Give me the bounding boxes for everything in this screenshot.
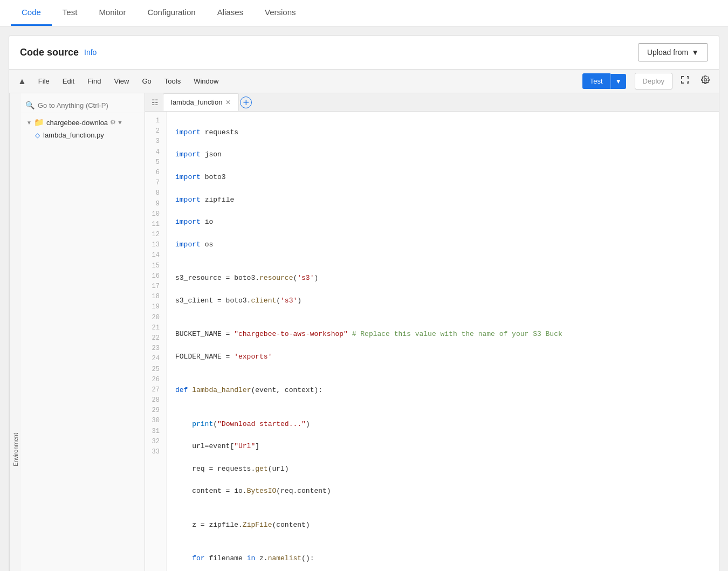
tab-bar: ☷ lambda_function ✕ + (145, 93, 719, 112)
file-tree: 🔍 ▼ 📁 chargebee-downloa ⚙ ▼ ◇ lambda_fun… (21, 93, 145, 571)
folder-settings-icon[interactable]: ⚙ (110, 119, 116, 126)
test-btn-group: Test ▼ (582, 73, 626, 89)
code-source-title: Code source (20, 47, 79, 58)
pages-icon: ☷ (147, 94, 163, 111)
menu-edit[interactable]: Edit (58, 75, 79, 87)
folder-arrow-icon: ▼ (26, 120, 32, 126)
file-type-icon: ◇ (35, 132, 40, 139)
menu-go[interactable]: Go (138, 75, 155, 87)
top-nav: Code Test Monitor Configuration Aliases … (0, 0, 728, 26)
menu-view[interactable]: View (110, 75, 134, 87)
fullscreen-button[interactable] (677, 73, 693, 90)
tab-configuration[interactable]: Configuration (136, 0, 206, 26)
editor-toolbar: ▲ File Edit Find View Go Tools Window Te… (9, 70, 719, 93)
folder-item[interactable]: ▼ 📁 chargebee-downloa ⚙ ▼ (21, 115, 145, 129)
menu-window[interactable]: Window (189, 75, 223, 87)
fullscreen-icon (680, 75, 690, 85)
code-source-panel: Code source Info Upload from ▼ ▲ File Ed… (9, 35, 719, 571)
code-content[interactable]: 123 456 789 101112 131415 161718 192021 … (145, 112, 719, 571)
upload-from-button[interactable]: Upload from ▼ (638, 43, 708, 61)
file-name: lambda_function.py (43, 131, 104, 139)
info-link[interactable]: Info (84, 48, 97, 57)
folder-icon: 📁 (34, 118, 44, 127)
editor-tab-lambda[interactable]: lambda_function ✕ (163, 93, 239, 111)
menu-file[interactable]: File (34, 75, 54, 87)
test-dropdown-button[interactable]: ▼ (610, 74, 626, 89)
code-editor: ☷ lambda_function ✕ + 123 456 789 101112… (145, 93, 719, 571)
search-input[interactable] (38, 101, 140, 109)
code-lines: import requests import json import boto3… (167, 112, 719, 571)
search-icon: 🔍 (25, 101, 35, 109)
menu-tools[interactable]: Tools (160, 75, 185, 87)
add-tab-button[interactable]: + (240, 97, 252, 108)
upload-btn-label: Upload from (647, 48, 688, 57)
tab-monitor[interactable]: Monitor (88, 0, 136, 26)
gear-icon (700, 75, 710, 85)
editor-layout: Environment 🔍 ▼ 📁 chargebee-downloa ⚙ ▼ … (9, 93, 719, 571)
tab-label: lambda_function (171, 98, 222, 106)
editor-settings-button[interactable] (697, 73, 713, 90)
collapse-button[interactable]: ▲ (15, 75, 30, 87)
file-search-bar: 🔍 (21, 98, 145, 113)
test-button[interactable]: Test (582, 73, 610, 89)
upload-dropdown-icon: ▼ (691, 48, 699, 57)
environment-label: Environment (9, 93, 21, 571)
tab-close-icon[interactable]: ✕ (225, 99, 231, 106)
tab-test[interactable]: Test (52, 0, 88, 26)
line-numbers: 123 456 789 101112 131415 161718 192021 … (145, 112, 167, 571)
folder-dropdown-icon: ▼ (117, 119, 123, 126)
tab-versions[interactable]: Versions (254, 0, 307, 26)
tab-aliases[interactable]: Aliases (207, 0, 254, 26)
file-item-lambda[interactable]: ◇ lambda_function.py (21, 129, 145, 141)
tab-code[interactable]: Code (11, 0, 52, 26)
menu-find[interactable]: Find (83, 75, 105, 87)
main-container: Code source Info Upload from ▼ ▲ File Ed… (0, 26, 728, 571)
deploy-button[interactable]: Deploy (635, 73, 672, 90)
header-title-group: Code source Info (20, 47, 97, 58)
folder-name: chargebee-downloa (46, 119, 108, 127)
code-source-header: Code source Info Upload from ▼ (9, 36, 719, 70)
